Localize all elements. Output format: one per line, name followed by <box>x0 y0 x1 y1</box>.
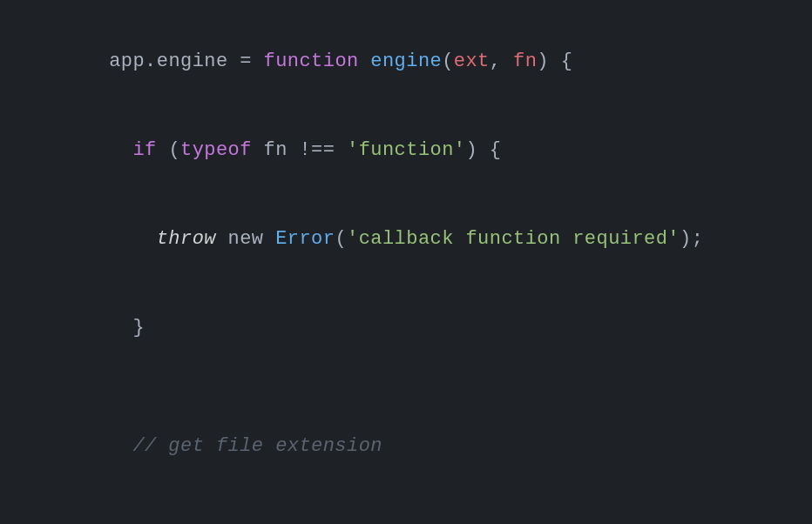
token: . <box>145 50 157 72</box>
token <box>109 228 157 250</box>
code-line-6: // get file extension <box>14 402 791 491</box>
code-line-1: app.engine = function engine(ext, fn) { <box>14 17 791 106</box>
code-line-5 <box>14 373 791 402</box>
token <box>109 435 132 457</box>
token: ext <box>454 50 490 72</box>
code-line-3: throw new Error('callback function requi… <box>14 195 791 284</box>
token: ( <box>442 50 454 72</box>
code-block: app.engine = function engine(ext, fn) { … <box>14 17 791 524</box>
token: 'callback function required' <box>347 228 680 250</box>
token: // get file extension <box>132 435 382 457</box>
token: app <box>109 50 145 72</box>
token <box>109 139 132 161</box>
token: engine <box>359 50 443 72</box>
token: ) { <box>537 50 572 72</box>
token: !== <box>299 139 347 161</box>
token: new <box>216 228 275 250</box>
code-editor: app.engine = function engine(ext, fn) { … <box>0 0 812 524</box>
line-content: throw new Error('callback function requi… <box>14 195 703 284</box>
line-content: app.engine = function engine(ext, fn) { <box>14 17 572 106</box>
token: ) { <box>465 139 501 161</box>
token: ); <box>680 228 703 250</box>
token: fn <box>252 139 300 161</box>
token: function <box>264 50 359 72</box>
token: if <box>132 139 156 161</box>
line-content: if (typeof fn !== 'function') { <box>14 106 501 195</box>
token: typeof <box>180 139 252 161</box>
token: Error <box>275 228 335 250</box>
line-content: // get file extension <box>14 402 382 491</box>
token: ( <box>335 228 347 250</box>
token: fn <box>513 50 537 72</box>
token: engine <box>157 50 228 72</box>
throw-keyword: throw <box>157 228 216 250</box>
code-line-4: } <box>14 284 791 373</box>
token: 'function' <box>347 139 465 161</box>
line-content: } <box>14 284 145 373</box>
code-line-7: var extension = ext[0] !== '.' <box>14 491 791 524</box>
token: = <box>228 50 264 72</box>
token: } <box>109 317 145 339</box>
token: ( <box>157 139 180 161</box>
line-content: var extension = ext[0] !== '.' <box>14 491 490 524</box>
code-line-2: if (typeof fn !== 'function') { <box>14 106 791 195</box>
token: , <box>490 50 513 72</box>
line-content <box>14 373 26 402</box>
